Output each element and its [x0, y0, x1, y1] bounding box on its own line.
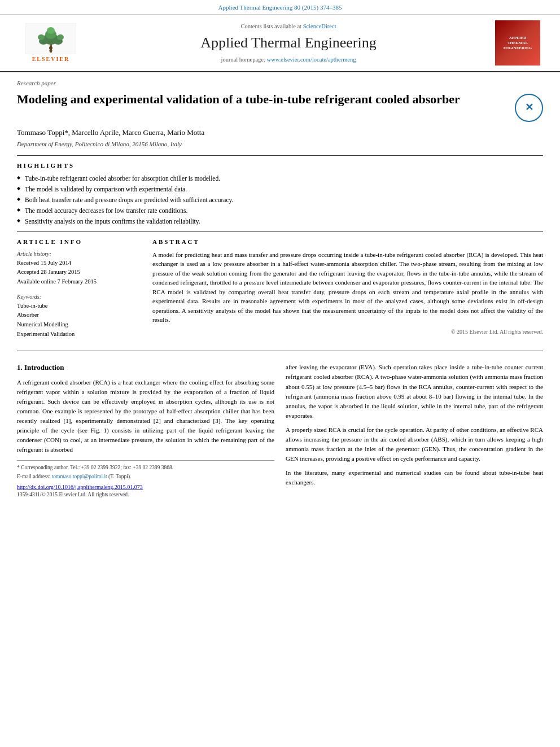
paper-title-row: Modeling and experimental validation of …	[17, 91, 543, 122]
journal-title: Applied Thermal Engineering	[85, 33, 492, 53]
highlights-heading: HIGHLIGHTS	[17, 161, 543, 170]
intro-paragraph-1: A refrigerant cooled absorber (RCA) is a…	[17, 378, 274, 455]
keyword-3: Numerical Modelling	[17, 321, 141, 329]
elsevier-logo: ELSEVIER	[17, 23, 85, 63]
paper-title: Modeling and experimental validation of …	[17, 91, 515, 108]
logo-line-2: THERMAL	[508, 41, 528, 46]
logo-line-3: ENGINEERING	[504, 46, 532, 51]
intro-heading: 1. Introduction	[17, 362, 274, 373]
divider-after-affiliation	[17, 155, 543, 156]
contents-line: Contents lists available at ScienceDirec…	[85, 23, 492, 31]
sciencedirect-link[interactable]: ScienceDirect	[303, 23, 336, 29]
journal-citation: Applied Thermal Engineering 80 (2015) 37…	[0, 0, 560, 15]
copyright-line: © 2015 Elsevier Ltd. All rights reserved…	[152, 328, 543, 336]
paper-type-label: Research paper	[17, 79, 543, 88]
journal-header: ELSEVIER Contents lists available at Sci…	[0, 15, 560, 72]
highlight-item-3: Both heat transfer rate and pressure dro…	[17, 195, 543, 204]
keyword-1: Tube-in-tube	[17, 302, 141, 311]
divider-after-highlights	[17, 231, 543, 232]
article-info-heading: ARTICLE INFO	[17, 238, 141, 246]
accepted-date: Accepted 28 January 2015	[17, 268, 141, 277]
body-content: 1. Introduction A refrigerant cooled abs…	[17, 362, 543, 498]
article-info-abstract-section: ARTICLE INFO Article history: Received 1…	[17, 238, 543, 345]
highlight-item-5: Sensitivity analysis on the inputs confi…	[17, 217, 543, 226]
abstract-text: A model for predicting heat and mass tra…	[152, 250, 543, 325]
history-label: Article history:	[17, 250, 141, 258]
keyword-4: Experimental Validation	[17, 330, 141, 339]
intro-paragraph-right-3: In the literature, many experimental and…	[286, 468, 543, 487]
highlight-item-1: Tube-in-tube refrigerant cooled absorber…	[17, 174, 543, 183]
elsevier-tree-icon	[25, 23, 76, 54]
doi-link[interactable]: http://dx.doi.org/10.1016/j.applthermale…	[17, 484, 143, 490]
journal-logo-area: APPLIED THERMAL ENGINEERING	[492, 20, 543, 65]
keywords-list: Tube-in-tube Absorber Numerical Modellin…	[17, 302, 141, 339]
body-right-column: after leaving the evaporator (EVA). Such…	[286, 362, 543, 498]
journal-logo-box: APPLIED THERMAL ENGINEERING	[495, 20, 540, 65]
available-date: Available online 7 February 2015	[17, 278, 141, 286]
article-history: Article history: Received 15 July 2014 A…	[17, 250, 141, 286]
crossmark-icon: ✕	[525, 101, 533, 115]
issn-line: 1359-4311/© 2015 Elsevier Ltd. All right…	[17, 491, 274, 499]
highlights-section: HIGHLIGHTS Tube-in-tube refrigerant cool…	[17, 161, 543, 226]
email-link[interactable]: tommaso.toppi@polimi.it	[52, 474, 107, 479]
keywords-section: Keywords: Tube-in-tube Absorber Numerica…	[17, 293, 141, 339]
logo-line-1: APPLIED	[509, 36, 527, 41]
homepage-line: journal homepage: www.elsevier.com/locat…	[85, 56, 492, 64]
footnote-section: * Corresponding author. Tel.: +39 02 239…	[17, 460, 274, 481]
abstract-heading: ABSTRACT	[152, 238, 543, 246]
doi-line[interactable]: http://dx.doi.org/10.1016/j.applthermale…	[17, 483, 274, 491]
elsevier-wordmark: ELSEVIER	[32, 55, 70, 63]
divider-after-abstract	[17, 351, 543, 351]
svg-point-4	[47, 27, 55, 34]
intro-paragraph-right-2: A properly sized RCA is crucial for the …	[286, 425, 543, 464]
received-date: Received 15 July 2014	[17, 259, 141, 268]
intro-paragraph-right-1: after leaving the evaporator (EVA). Such…	[286, 362, 543, 420]
journal-homepage-link[interactable]: www.elsevier.com/locate/apthermeng	[267, 56, 356, 63]
article-info-column: ARTICLE INFO Article history: Received 1…	[17, 238, 141, 345]
highlight-item-2: The model is validated by comparison wit…	[17, 185, 543, 194]
affiliation-line: Department of Energy, Politecnico di Mil…	[17, 140, 543, 148]
footnote-corresponding: * Corresponding author. Tel.: +39 02 239…	[17, 464, 274, 471]
highlight-item-4: The model accuracy decreases for low tra…	[17, 206, 543, 215]
svg-point-7	[38, 34, 45, 40]
authors-line: Tommaso Toppi*, Marcello Aprile, Marco G…	[17, 128, 543, 138]
crossmark-badge[interactable]: ✕	[515, 94, 543, 122]
keywords-label: Keywords:	[17, 293, 141, 301]
footnote-email: E-mail address: tommaso.toppi@polimi.it …	[17, 473, 274, 480]
abstract-column: ABSTRACT A model for predicting heat and…	[152, 238, 543, 345]
journal-header-center: Contents lists available at ScienceDirec…	[85, 23, 492, 64]
svg-point-9	[49, 46, 53, 50]
body-left-column: 1. Introduction A refrigerant cooled abs…	[17, 362, 274, 498]
elsevier-logo-area: ELSEVIER	[17, 23, 85, 63]
main-content: Research paper Modeling and experimental…	[0, 79, 560, 498]
svg-point-8	[57, 34, 64, 40]
keyword-2: Absorber	[17, 311, 141, 320]
